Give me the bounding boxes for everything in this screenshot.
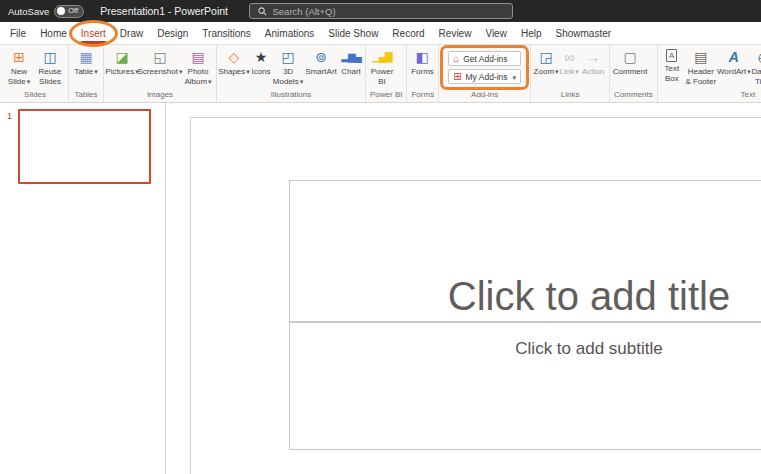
screenshot-icon: ◱ bbox=[153, 49, 166, 65]
search-input[interactable] bbox=[273, 6, 504, 17]
group-label-power-bi: Power BI bbox=[368, 90, 404, 102]
power-bi-icon: ▁▄▇ bbox=[372, 49, 391, 65]
tab-review[interactable]: Review bbox=[432, 22, 479, 44]
3d-models-icon: ◰ bbox=[281, 49, 294, 65]
table-label: Table bbox=[74, 67, 93, 76]
slide-thumbnail[interactable] bbox=[18, 109, 151, 184]
tab-view[interactable]: View bbox=[478, 22, 514, 44]
forms-label: Forms bbox=[411, 67, 434, 76]
get-addins-button[interactable]: ⌂ Get Add-ins bbox=[448, 51, 521, 66]
reuse-slides-label: Reuse Slides bbox=[38, 67, 61, 86]
group-label-illustrations: Illustrations bbox=[219, 90, 363, 102]
ribbon-group-forms: ◧ Forms Forms bbox=[407, 45, 439, 102]
table-button[interactable]: ▦ Table bbox=[71, 45, 101, 90]
content-area: 1 Click to add title Click to add subtit… bbox=[0, 103, 761, 474]
title-placeholder[interactable]: Click to add title bbox=[289, 180, 761, 322]
ribbon-group-images: ◪ Pictures ◱ Screenshot ▤ Photo Album Im… bbox=[104, 45, 217, 102]
tab-file[interactable]: File bbox=[3, 22, 33, 44]
comment-icon: ▢ bbox=[623, 49, 636, 65]
wordart-button[interactable]: A WordArt bbox=[718, 45, 750, 90]
zoom-icon: ◲ bbox=[539, 49, 552, 65]
tab-record[interactable]: Record bbox=[385, 22, 431, 44]
screenshot-label: Screenshot bbox=[138, 67, 178, 76]
subtitle-placeholder[interactable]: Click to add subtitle bbox=[289, 322, 761, 450]
new-slide-label: New Slide bbox=[8, 67, 27, 86]
my-addins-label: My Add-ins bbox=[466, 72, 508, 82]
slide-thumbnail-pane: 1 bbox=[0, 103, 166, 474]
new-slide-button[interactable]: ⊞ New Slide bbox=[4, 45, 34, 90]
text-box-icon: A bbox=[666, 49, 677, 62]
tab-showmaster[interactable]: Showmaster bbox=[548, 22, 618, 44]
ribbon-tab-row: File Home Insert Draw Design Transitions… bbox=[0, 22, 761, 45]
tab-slide-show[interactable]: Slide Show bbox=[321, 22, 385, 44]
my-addins-button[interactable]: ⊞ My Add-ins bbox=[448, 69, 521, 84]
ribbon-group-addins: ⌂ Get Add-ins ⊞ My Add-ins Add-ins bbox=[439, 45, 531, 102]
group-label-tables: Tables bbox=[71, 90, 101, 102]
store-icon: ⌂ bbox=[453, 53, 459, 64]
group-label-addins: Add-ins bbox=[441, 90, 528, 102]
pictures-label: Pictures bbox=[105, 67, 134, 76]
smartart-button[interactable]: ⊚ SmartArt bbox=[303, 45, 339, 90]
3d-models-button[interactable]: ◰ 3D Models bbox=[273, 45, 303, 90]
ribbon-group-comments: ▢ Comment Comments bbox=[610, 45, 658, 102]
reuse-slides-button[interactable]: ◫ Reuse Slides bbox=[34, 45, 66, 90]
chart-label: Chart bbox=[341, 67, 361, 76]
tab-insert-label: Insert bbox=[81, 28, 106, 39]
slide-number-text: 1 bbox=[7, 111, 12, 121]
comment-button[interactable]: ▢ Comment bbox=[612, 45, 648, 90]
title-bar: AutoSave Off Presentation1 - PowerPoint bbox=[0, 0, 761, 22]
slide-canvas[interactable]: Click to add title Click to add subtitle bbox=[190, 117, 761, 474]
zoom-button[interactable]: ◲ Zoom bbox=[533, 45, 559, 90]
ribbon-group-text: A Text Box ▤ Header & Footer A WordArt ◴… bbox=[658, 45, 761, 102]
group-label-comments: Comments bbox=[612, 90, 655, 102]
addins-grid-icon: ⊞ bbox=[453, 71, 461, 82]
icons-button[interactable]: ★ Icons bbox=[249, 45, 273, 90]
text-box-label: Text Box bbox=[664, 64, 679, 83]
pictures-button[interactable]: ◪ Pictures bbox=[106, 45, 138, 90]
group-label-images: Images bbox=[106, 90, 214, 102]
dropdown-caret-icon bbox=[26, 77, 31, 86]
new-slide-icon: ⊞ bbox=[13, 49, 25, 65]
autosave-toggle[interactable]: Off bbox=[54, 5, 84, 18]
tab-transitions[interactable]: Transitions bbox=[195, 22, 258, 44]
photo-album-button[interactable]: ▤ Photo Album bbox=[182, 45, 214, 90]
pictures-icon: ◪ bbox=[115, 49, 128, 65]
tab-draw[interactable]: Draw bbox=[113, 22, 150, 44]
text-box-button[interactable]: A Text Box bbox=[660, 45, 684, 90]
screenshot-button[interactable]: ◱ Screenshot bbox=[138, 45, 182, 90]
shapes-label: Shapes bbox=[218, 67, 245, 76]
action-icon: → bbox=[586, 49, 600, 65]
dropdown-caret-icon bbox=[512, 72, 517, 82]
shapes-button[interactable]: ◇ Shapes bbox=[219, 45, 249, 90]
tab-help[interactable]: Help bbox=[514, 22, 549, 44]
tab-design[interactable]: Design bbox=[150, 22, 195, 44]
slide-editor: Click to add title Click to add subtitle bbox=[166, 103, 761, 474]
action-button[interactable]: → Action bbox=[579, 45, 607, 90]
wordart-label: WordArt bbox=[717, 67, 746, 76]
action-label: Action bbox=[582, 67, 604, 76]
group-label-slides: Slides bbox=[4, 90, 66, 102]
forms-button[interactable]: ◧ Forms bbox=[409, 45, 435, 90]
zoom-label: Zoom bbox=[534, 67, 554, 76]
tab-animations[interactable]: Animations bbox=[258, 22, 321, 44]
tab-home[interactable]: Home bbox=[33, 22, 74, 44]
dropdown-caret-icon bbox=[574, 67, 579, 76]
active-tab-underline bbox=[80, 41, 107, 44]
link-button[interactable]: ∞ Link bbox=[559, 45, 579, 90]
window-title: Presentation1 - PowerPoint bbox=[100, 5, 228, 17]
power-bi-button[interactable]: ▁▄▇ Power BI bbox=[368, 45, 396, 90]
date-time-button[interactable]: ◴ Date & Time bbox=[750, 45, 761, 90]
search-box[interactable] bbox=[249, 3, 513, 19]
autosave-control: AutoSave Off bbox=[8, 5, 84, 18]
tab-insert[interactable]: Insert bbox=[74, 22, 113, 44]
link-label: Link bbox=[560, 67, 575, 76]
ribbon-group-power-bi: ▁▄▇ Power BI Power BI bbox=[366, 45, 407, 102]
chart-button[interactable]: ▂▆▄ Chart bbox=[339, 45, 363, 90]
chart-icon: ▂▆▄ bbox=[341, 49, 360, 65]
header-footer-icon: ▤ bbox=[694, 49, 707, 65]
ribbon-group-links: ◲ Zoom ∞ Link → Action Links bbox=[531, 45, 610, 102]
icons-icon: ★ bbox=[255, 49, 268, 65]
header-footer-button[interactable]: ▤ Header & Footer bbox=[684, 45, 718, 90]
powerpoint-window: AutoSave Off Presentation1 - PowerPoint … bbox=[0, 0, 761, 474]
group-label-text: Text bbox=[660, 90, 761, 102]
